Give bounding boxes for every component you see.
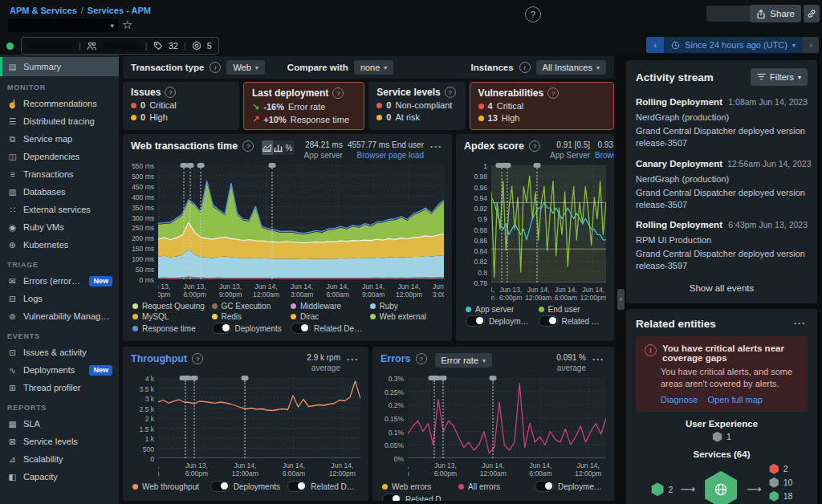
error-rate-dropdown[interactable]: Error rate ▾ [435, 353, 492, 368]
legend-related-deployments[interactable]: Related Deployments [287, 481, 359, 492]
help-icon[interactable]: ? [547, 87, 559, 99]
favorite-star-icon[interactable]: ☆ [122, 18, 132, 32]
copy-link-button[interactable] [804, 5, 820, 22]
sidebar-item-sla[interactable]: ▦SLA [0, 415, 119, 433]
toggle-switch[interactable] [212, 323, 231, 334]
upstream-services-node[interactable]: 2 [651, 482, 673, 496]
sidebar-item-external-services[interactable]: ∷External services [0, 201, 119, 218]
sidebar-item-issues-activity[interactable]: ⊡Issues & activity [0, 343, 119, 361]
settings-count[interactable]: 5 [207, 41, 212, 51]
deployment-marker-pin[interactable] [180, 376, 192, 380]
upstream-entity[interactable]: 2 [651, 482, 673, 496]
current-service-node[interactable] [702, 471, 739, 504]
deployment-marker-pin[interactable] [186, 163, 193, 168]
browser-link[interactable]: Browser [595, 151, 614, 161]
toggle-switch[interactable] [539, 315, 558, 327]
activity-event[interactable]: Rolling Deployment6:43pm Jun 13, 2023RPM… [626, 212, 817, 274]
help-icon[interactable]: ? [529, 140, 540, 152]
sidebar-item-deployments[interactable]: ∿DeploymentsNew [0, 361, 119, 379]
sidebar-item-service-map[interactable]: ⧉Service map [0, 130, 119, 148]
sidebar-item-capacity[interactable]: ◧Capacity [0, 468, 119, 486]
legend-deployments[interactable]: Deployments [466, 315, 532, 327]
sidebar-item-summary[interactable]: ▤Summary [0, 57, 119, 76]
filters-button[interactable]: Filters ▾ [751, 68, 808, 86]
deployment-marker-pin[interactable] [269, 163, 276, 168]
diagnose-link[interactable]: Diagnose [661, 395, 698, 404]
card-service-levels[interactable]: Service levels?0Non-compliant0At risk [368, 82, 465, 130]
deployment-marker-pin[interactable] [429, 376, 441, 380]
deployment-marker-pin[interactable] [191, 376, 198, 380]
deployment-marker-pin[interactable] [490, 376, 497, 380]
user-experience-entity[interactable]: 1 [712, 432, 731, 442]
toggle-switch[interactable] [291, 323, 310, 334]
deployment-marker-pin[interactable] [504, 163, 511, 168]
more-options-button[interactable]: ··· [591, 353, 606, 366]
breadcrumb-link-services-apm[interactable]: Services - APM [87, 6, 151, 15]
help-icon[interactable]: ? [332, 87, 344, 99]
toggle-switch[interactable] [210, 481, 230, 492]
time-range-dropdown[interactable]: Since 24 hours ago (UTC) ▾ [664, 37, 803, 53]
info-icon[interactable]: i [519, 62, 531, 73]
area-chart-toggle[interactable] [262, 140, 272, 155]
help-button[interactable]: ? [525, 6, 541, 22]
apdex-chart[interactable] [491, 165, 606, 282]
sidebar-item-transactions[interactable]: ≡Transactions [0, 165, 119, 183]
deployment-marker-pin[interactable] [242, 376, 249, 380]
help-icon[interactable]: ? [445, 87, 456, 98]
sidebar-item-errors-errors-inbox[interactable]: ✉Errors (errors inbox)New [0, 272, 119, 290]
help-icon[interactable]: ? [165, 87, 176, 98]
service-group[interactable]: 18 [769, 491, 793, 502]
sidebar-item-service-levels[interactable]: ⊠Service levels [0, 433, 119, 450]
card-issues[interactable]: Issues?0Critical0High [123, 82, 239, 130]
throughput-chart[interactable] [158, 378, 360, 458]
sidebar-item-ruby-vms[interactable]: ◉Ruby VMs [0, 218, 119, 236]
legend-deployments[interactable]: Deployments [535, 481, 604, 492]
help-icon[interactable]: ? [242, 140, 254, 152]
entity-name-dropdown[interactable]: ▾ [8, 18, 118, 32]
activity-event[interactable]: Canary Deployment12:56am Jun 14, 2023Ner… [626, 151, 817, 213]
throughput-title-link[interactable]: Throughput [131, 353, 187, 364]
info-icon[interactable]: i [210, 62, 221, 73]
open-full-map-link[interactable]: Open full map [707, 395, 762, 404]
sidebar-item-databases[interactable]: ▥Databases [0, 183, 119, 201]
legend-deployments[interactable]: Deployments [210, 481, 282, 492]
toggle-switch[interactable] [382, 494, 401, 501]
collapse-rail-handle[interactable]: › [617, 289, 625, 310]
instances-dropdown[interactable]: All Instances ▾ [536, 60, 606, 75]
bar-chart-toggle[interactable] [273, 140, 283, 155]
errors-chart[interactable] [408, 378, 606, 458]
sidebar-item-vulnerability-management[interactable]: ⊚Vulnerability Management [0, 307, 119, 325]
card-last-deployment[interactable]: Last deployment?↘-16%Error rate↗+10%Resp… [243, 82, 364, 130]
toggle-switch[interactable] [287, 481, 307, 492]
sidebar-item-thread-profiler[interactable]: ⊞Thread profiler [0, 379, 119, 396]
tags-count[interactable]: 32 [169, 41, 178, 51]
sidebar-item-dependencies[interactable]: ◫Dependencies [0, 148, 119, 165]
time-back-button[interactable]: ‹ [646, 37, 664, 53]
service-group[interactable]: 10 [769, 478, 793, 488]
deployment-marker-pin[interactable] [197, 163, 205, 168]
toggle-switch[interactable] [535, 481, 554, 492]
deployment-marker-pin[interactable] [440, 376, 447, 380]
browser-page-load-link[interactable]: Browser page load [348, 151, 424, 161]
percent-toggle[interactable]: % [283, 140, 294, 155]
sidebar-item-recommendations[interactable]: ☝Recommendations [0, 95, 119, 112]
transaction-type-dropdown[interactable]: Web ▾ [226, 60, 264, 75]
more-options-button[interactable]: ··· [345, 353, 360, 366]
legend-related-deployme[interactable]: Related Deployme... [539, 315, 605, 327]
more-options-button[interactable]: ··· [792, 317, 808, 330]
activity-event[interactable]: Rolling Deployment1:08am Jun 14, 2023Ner… [626, 89, 817, 151]
sidebar-item-kubernetes[interactable]: ⊛Kubernetes [0, 236, 119, 254]
help-icon[interactable]: ? [192, 353, 203, 364]
time-forward-button[interactable]: › [803, 37, 819, 53]
card-vulnerabilities[interactable]: Vulnerabilities?4Critical13High [470, 82, 614, 130]
share-button[interactable]: Share [750, 5, 801, 22]
sidebar-item-logs[interactable]: ⊟Logs [0, 290, 119, 307]
compare-with-dropdown[interactable]: none ▾ [354, 60, 394, 75]
help-icon[interactable]: ? [416, 353, 427, 364]
sidebar-item-distributed-tracing[interactable]: ☰Distributed tracing [0, 112, 119, 130]
breadcrumb-link-apm-services[interactable]: APM & Services [10, 6, 77, 15]
sidebar-item-scalability[interactable]: ⊿Scalability [0, 450, 119, 468]
show-all-events-link[interactable]: Show all events [626, 283, 817, 293]
errors-title-link[interactable]: Errors [380, 353, 411, 364]
web-transactions-chart[interactable] [158, 165, 444, 279]
